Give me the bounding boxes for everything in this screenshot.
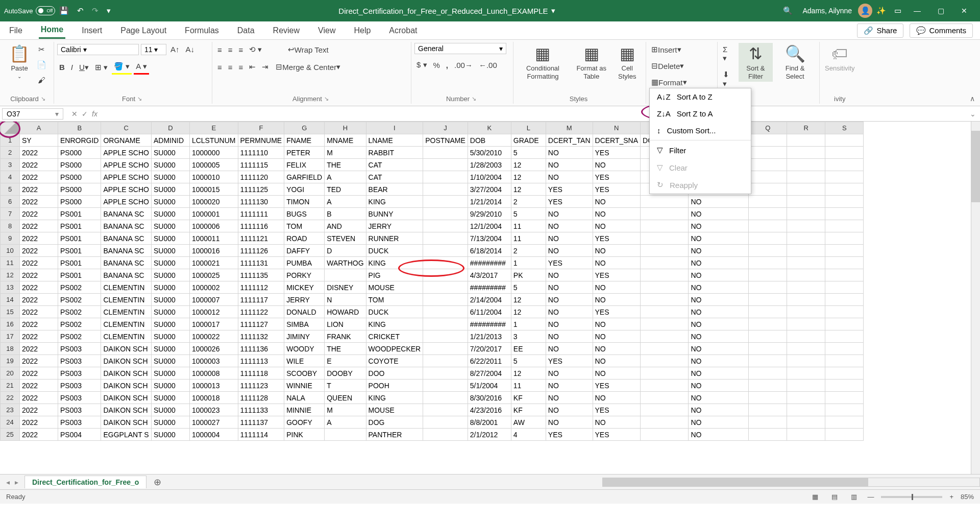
cell[interactable]: SU000	[151, 429, 189, 441]
header-cell[interactable]: ENRORGID	[58, 134, 101, 147]
cell[interactable]: 1111120	[238, 171, 284, 183]
cell[interactable]	[825, 355, 864, 367]
cell[interactable]	[641, 367, 689, 380]
header-cell[interactable]	[749, 134, 787, 147]
cell[interactable]: 2022	[20, 429, 58, 441]
align-right-button[interactable]: ≡	[237, 61, 246, 74]
cell[interactable]: NO	[546, 392, 593, 404]
cell[interactable]	[423, 392, 468, 404]
cell[interactable]: NO	[689, 306, 749, 318]
cell[interactable]: APPLE SCHO	[101, 171, 151, 183]
cell[interactable]: NO	[593, 392, 641, 404]
cell[interactable]: YES	[546, 355, 593, 367]
cell[interactable]: NO	[546, 159, 593, 171]
cell[interactable]: 1000000	[189, 147, 238, 159]
cell[interactable]: PS002	[58, 306, 101, 318]
cell[interactable]	[749, 318, 787, 330]
tab-review[interactable]: Review	[271, 23, 302, 38]
cell[interactable]: 1000017	[189, 318, 238, 330]
cell[interactable]: SU000	[151, 269, 189, 281]
col-header-B[interactable]: B	[58, 122, 101, 134]
cell[interactable]	[423, 416, 468, 429]
sensitivity-button[interactable]: 🏷Sensitivity	[823, 43, 857, 74]
cell[interactable]: 3	[511, 330, 546, 343]
cell[interactable]: SU000	[151, 343, 189, 355]
cell[interactable]: 1	[511, 257, 546, 269]
font-size-select[interactable]: 11 ▾	[141, 44, 166, 55]
cell[interactable]: 1000005	[189, 159, 238, 171]
row-header-2[interactable]: 2	[1, 147, 20, 159]
cell[interactable]: DOG	[366, 416, 423, 429]
cell[interactable]	[787, 392, 825, 404]
cell[interactable]: 2022	[20, 159, 58, 171]
cell[interactable]: 1000023	[189, 404, 238, 416]
cell[interactable]: 1111111	[238, 208, 284, 220]
cell[interactable]	[641, 343, 689, 355]
cell[interactable]	[825, 269, 864, 281]
share-button[interactable]: 🔗 Share	[857, 23, 903, 38]
cell[interactable]: 1111136	[238, 343, 284, 355]
ribbon-display-button[interactable]: ▭	[890, 4, 905, 17]
cut-button[interactable]: ✂	[35, 43, 48, 56]
cell[interactable]: PINK	[284, 429, 325, 441]
cell[interactable]: 1111114	[238, 429, 284, 441]
cell[interactable]	[749, 196, 787, 208]
cell[interactable]	[787, 232, 825, 245]
cell[interactable]: PORKY	[284, 269, 325, 281]
cancel-formula-button[interactable]: ✕	[71, 110, 78, 118]
cell[interactable]: 1111127	[238, 318, 284, 330]
cell[interactable]: NO	[546, 294, 593, 306]
cell[interactable]: NO	[593, 355, 641, 367]
cell[interactable]	[787, 269, 825, 281]
cell[interactable]: 1111121	[238, 232, 284, 245]
cell[interactable]	[423, 159, 468, 171]
cell[interactable]	[641, 232, 689, 245]
percent-button[interactable]: %	[431, 59, 442, 72]
number-launcher[interactable]: ↘	[472, 96, 476, 102]
cell[interactable]: NO	[593, 245, 641, 257]
cell[interactable]: 1111116	[238, 220, 284, 232]
cell[interactable]	[787, 294, 825, 306]
cell[interactable]	[749, 306, 787, 318]
cell[interactable]: 1000004	[189, 429, 238, 441]
cell[interactable]: NO	[546, 318, 593, 330]
qat-customize[interactable]: ▾	[103, 4, 115, 17]
cell[interactable]: M	[325, 147, 366, 159]
cell[interactable]: SIMBA	[284, 318, 325, 330]
cell[interactable]	[787, 159, 825, 171]
paste-button[interactable]: 📋Paste⌄	[7, 43, 32, 81]
col-header-D[interactable]: D	[151, 122, 189, 134]
cell[interactable]	[423, 429, 468, 441]
cell[interactable]: 1111131	[238, 257, 284, 269]
cell[interactable]	[749, 281, 787, 294]
cell[interactable]: POOH	[366, 380, 423, 392]
cell[interactable]: SCOOBY	[284, 367, 325, 380]
cell[interactable]	[423, 330, 468, 343]
cell[interactable]: SU000	[151, 404, 189, 416]
cell[interactable]: 2022	[20, 330, 58, 343]
worksheet-grid[interactable]: ABCDEFGHIJKLMNOPQRS1SYENRORGIDORGNAMEADM…	[0, 122, 980, 474]
alignment-launcher[interactable]: ↘	[324, 96, 329, 102]
cell[interactable]: 5/1/2004	[468, 380, 511, 392]
cell[interactable]: A	[325, 196, 366, 208]
cell[interactable]: PANTHER	[366, 429, 423, 441]
cell[interactable]: CLEMENTIN	[101, 306, 151, 318]
cell[interactable]	[423, 380, 468, 392]
cell[interactable]	[787, 380, 825, 392]
cell[interactable]: 3/27/2004	[468, 183, 511, 196]
cell[interactable]	[641, 318, 689, 330]
minimize-button[interactable]: —	[905, 3, 929, 18]
cell[interactable]: BUGS	[284, 208, 325, 220]
cell[interactable]: PS001	[58, 232, 101, 245]
cell[interactable]: 1111123	[238, 380, 284, 392]
header-cell[interactable]: POSTNAME	[423, 134, 468, 147]
cell[interactable]: 1111128	[238, 392, 284, 404]
cell[interactable]	[423, 171, 468, 183]
cell[interactable]: PS002	[58, 281, 101, 294]
cell[interactable]	[787, 281, 825, 294]
cell[interactable]: APPLE SCHO	[101, 183, 151, 196]
cell[interactable]	[641, 306, 689, 318]
sort-za-item[interactable]: Z↓ASort Z to A	[650, 105, 751, 122]
cell[interactable]	[641, 355, 689, 367]
cell[interactable]: PS004	[58, 429, 101, 441]
